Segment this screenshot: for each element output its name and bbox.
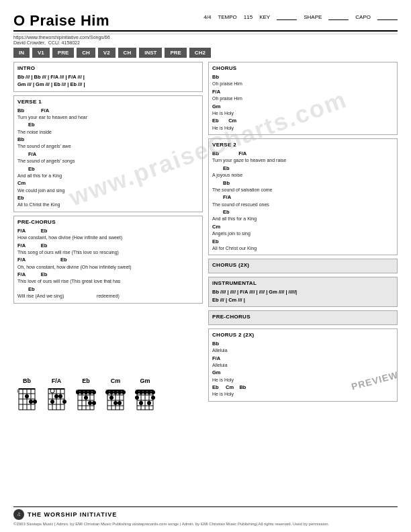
svg-text:1: 1 <box>17 389 19 393</box>
ch2-l4: He is Holy <box>212 391 394 398</box>
svg-point-66 <box>118 401 122 405</box>
verse2-title: VERSE 2 <box>212 142 394 148</box>
v1-l6: We could join and sing <box>17 187 199 195</box>
v2-l1: Turn your gaze to heaven and raise <box>212 157 394 165</box>
ch2-l1: Alleluia <box>212 347 394 355</box>
svg-point-24 <box>50 389 54 393</box>
svg-point-64 <box>109 396 113 400</box>
verse1-section: VERSE 1 Bb F/A Turn your ear to heaven a… <box>13 95 203 212</box>
v1-c5: Eb <box>28 165 199 173</box>
chorus2x-section: CHORUS (2X) <box>208 259 398 273</box>
nav-in[interactable]: IN <box>13 48 30 58</box>
capo-label: CAPO <box>355 14 371 20</box>
svg-point-86 <box>147 401 151 405</box>
ccli-line: David Crowder, CCLI: 4158022 <box>13 40 398 45</box>
logo-icon: ♫ <box>13 509 24 520</box>
chorus2-title: CHORUS 2 (2X) <box>212 332 394 338</box>
chorus-title: CHORUS <box>212 65 394 71</box>
nav-v1[interactable]: V1 <box>32 48 50 58</box>
v2-c5: Eb <box>223 208 394 216</box>
svg-point-47 <box>92 401 96 405</box>
v1-l3: The sound of angels' awe <box>17 143 199 150</box>
nav-ch2b[interactable]: CH2 <box>189 48 211 58</box>
ccli: CCLI: 4158022 <box>48 40 80 45</box>
chord-bb: Bb 1 <box>16 378 38 411</box>
tempo-label: TEMPO <box>218 14 236 20</box>
chord-eb-grid: 6 <box>75 386 97 411</box>
svg-point-82 <box>151 390 155 394</box>
footer: ♫ THE WORSHIP INITIATIVE ©2003 Sixsteps … <box>13 506 398 527</box>
svg-point-61 <box>113 390 118 394</box>
chord-bb-name: Bb <box>23 378 31 384</box>
verse2-section: VERSE 2 Bb F/A Turn your gaze to heaven … <box>208 138 398 255</box>
svg-point-40 <box>76 390 80 394</box>
v2-c1: Bb F/A <box>212 150 394 157</box>
chord-eb: Eb 6 <box>75 378 97 411</box>
svg-point-59 <box>105 390 109 394</box>
v2-l2: A joyous noise <box>212 172 394 179</box>
footer-divider <box>13 506 398 507</box>
prechorus2-title: PRE-CHORUS <box>212 314 394 320</box>
ch-c2: F/A <box>212 88 394 95</box>
page: 4/4 TEMPO 115 KEY SHAPE CAPO O Praise Hi… <box>0 0 411 532</box>
svg-point-62 <box>118 390 122 394</box>
pc-l3: Oh, how constant, how divine (Oh how inf… <box>17 264 199 271</box>
ch-c1: Bb <box>212 73 394 81</box>
v2-c4: F/A <box>223 193 394 201</box>
nav-pre2[interactable]: PRE <box>165 48 186 58</box>
chorus2x-title: CHORUS (2X) <box>212 262 394 268</box>
pc-c3: F/A Eb <box>17 256 199 263</box>
v1-c6: Cm <box>17 179 199 187</box>
prechorus-title: PRE-CHORUS <box>17 219 199 225</box>
nav-inst[interactable]: INST <box>139 48 162 58</box>
song-url: https://www.theworshipinitiative.com/Son… <box>13 35 398 40</box>
chorus2-content: Bb Alleluia F/A Alleluia Gm He is Holy E… <box>212 340 394 398</box>
pc-l4: This love of ours will rise (This great … <box>17 278 199 285</box>
verse2-content: Bb F/A Turn your gaze to heaven and rais… <box>212 150 394 252</box>
svg-point-13 <box>33 400 37 404</box>
prechorus2-section: PRE-CHORUS <box>208 310 398 325</box>
instrumental-title: INSTRUMENTAL <box>212 280 394 286</box>
ch-l1: Oh praise Him <box>212 81 394 88</box>
verse1-title: VERSE 1 <box>17 99 199 105</box>
svg-point-81 <box>147 390 151 394</box>
v1-c2: Eb <box>28 121 199 128</box>
nav-v2[interactable]: V2 <box>98 48 116 58</box>
intro-line1: Bb /// | Bb /// | F/A /// | F/A /// | <box>17 73 199 81</box>
v2-l4: The sound of rescued ones <box>212 202 394 209</box>
pc-c4: F/A Eb <box>17 271 199 278</box>
instrumental-section: INSTRUMENTAL Bb //// | //// | F/A //// |… <box>208 277 398 307</box>
v2-c3: Bb <box>223 179 394 187</box>
svg-point-12 <box>29 400 33 404</box>
nav-ch2[interactable]: CH <box>118 48 137 58</box>
footer-copyright: ©2003 Sixsteps Music | Admin. by EMI Chr… <box>13 521 398 527</box>
chord-eb-name: Eb <box>82 378 90 384</box>
nav-pre[interactable]: PRE <box>52 48 74 58</box>
svg-point-78 <box>135 390 139 394</box>
pc-l2: This song of ours will rise (This love s… <box>17 249 199 257</box>
ch2-l3: He is Holy <box>212 377 394 384</box>
svg-point-44 <box>92 390 96 394</box>
chord-gm-grid: 3 <box>134 386 156 411</box>
chord-gm: Gm 3 <box>134 378 156 411</box>
nav-ch[interactable]: CH <box>77 48 95 58</box>
intro-title: INTRO <box>17 65 199 71</box>
v2-l7: All for Christ our King <box>212 245 394 253</box>
intro-content: Bb /// | Bb /// | F/A /// | F/A /// | Gm… <box>17 73 199 89</box>
shape-label: SHAPE <box>304 14 322 20</box>
svg-point-43 <box>88 390 92 394</box>
ch2-c3: Gm <box>212 369 394 376</box>
chord-fa: F/A <box>46 378 67 411</box>
main-content: INTRO Bb /// | Bb /// | F/A /// | F/A //… <box>13 62 398 371</box>
svg-point-28 <box>62 400 66 404</box>
svg-point-42 <box>84 390 88 394</box>
v1-l7: All to Christ the King <box>17 202 199 209</box>
ch2-c1: Bb <box>212 340 394 347</box>
svg-point-27 <box>50 400 54 404</box>
shape-value <box>328 13 349 20</box>
svg-point-63 <box>122 390 126 394</box>
inst-l1: Bb //// | //// | F/A //// | //// | Gm //… <box>212 288 394 296</box>
key-value <box>277 13 297 20</box>
right-column: CHORUS Bb Oh praise Him F/A Oh praise Hi… <box>208 62 398 371</box>
svg-point-26 <box>58 394 62 398</box>
